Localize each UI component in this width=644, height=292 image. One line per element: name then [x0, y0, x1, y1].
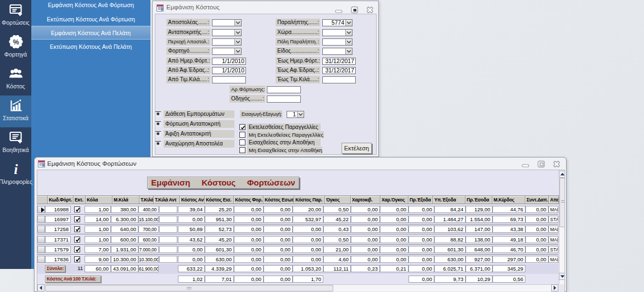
svg-text:%: %: [13, 38, 19, 46]
svg-text:i: i: [14, 162, 18, 177]
